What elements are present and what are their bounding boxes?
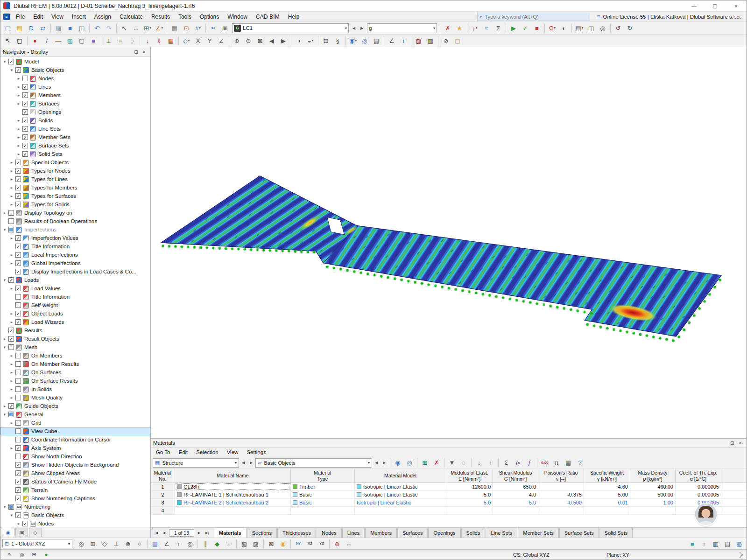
zoom-window-icon[interactable]: ⊞▾ [142, 22, 153, 34]
tab-line-sets[interactable]: Line Sets [486, 528, 517, 538]
expand-arrow[interactable]: ▸ [15, 84, 22, 89]
expand-arrow[interactable]: ▸ [1, 210, 8, 215]
delete-row-icon[interactable]: ✗ [431, 457, 442, 469]
tree-item-solid-sets[interactable]: ▸✓Solid Sets [0, 150, 150, 158]
tree-item-on-surfaces[interactable]: ▸On Surfaces [0, 368, 150, 377]
expand-arrow[interactable]: ▸ [8, 194, 15, 198]
checkbox-view-cube[interactable] [15, 428, 21, 434]
stop-calculation-icon[interactable]: ■ [531, 22, 543, 34]
zoom-window-caret[interactable]: ▾ [149, 26, 151, 30]
checkbox-imperfections[interactable] [8, 227, 14, 232]
redo-view-icon[interactable]: ↻ [624, 22, 635, 34]
cell-poisson-s-ratio[interactable] [538, 483, 584, 490]
tree-item-numbering[interactable]: ▾123Numbering [0, 503, 150, 511]
tab-openings[interactable]: Openings [428, 528, 460, 538]
checkbox-line-sets[interactable]: ✓ [22, 126, 28, 132]
layers-icon[interactable]: ▤ [371, 35, 382, 46]
checkbox-members[interactable]: ✓ [22, 92, 28, 98]
redo-icon[interactable]: ↷ [103, 22, 114, 34]
expand-arrow[interactable]: ▸ [8, 185, 15, 190]
snap-perpendicular-icon[interactable]: ⊥ [111, 538, 122, 549]
expand-arrow[interactable]: ▸ [15, 143, 22, 148]
find-in-table-icon[interactable]: ◌ [458, 457, 469, 469]
tree-item-types-for-surfaces[interactable]: ▸✓Types for Surfaces [0, 192, 150, 200]
checkbox-guide-objects[interactable]: ✓ [8, 403, 14, 409]
cell-poisson-s-ratio[interactable] [538, 507, 584, 514]
view-x-icon[interactable]: X [192, 35, 204, 46]
notes-icon[interactable]: ▢ [452, 35, 463, 46]
sum-icon[interactable]: Σ [500, 457, 512, 469]
materials-menu-view[interactable]: View [223, 448, 243, 457]
tree-item-on-members[interactable]: ▸On Members [0, 351, 150, 360]
user-coordinate-system-icon[interactable]: ∠ [386, 35, 397, 46]
tab-nodes[interactable]: Nodes [317, 528, 342, 538]
tree-item-types-for-members[interactable]: ▸✓Types for Members [0, 183, 150, 192]
new-solid-icon[interactable]: ■ [88, 35, 99, 46]
tree-item-basic-objects[interactable]: ▾✓Basic Objects [0, 66, 150, 74]
plane-xy-icon[interactable]: XY [293, 538, 304, 549]
expand-arrow[interactable]: ▸ [15, 152, 22, 156]
panel-toggle-icon[interactable]: ▥ [710, 538, 721, 549]
edit-mode-icon[interactable]: ↖ [119, 22, 130, 34]
previous-table-icon[interactable]: ◀ [160, 529, 168, 537]
expand-arrow[interactable]: ▾ [1, 227, 8, 232]
cell-material-name[interactable]: GL28h [175, 483, 291, 490]
cell-material-type[interactable]: Timber [291, 483, 355, 490]
expand-arrow[interactable]: ▸ [8, 236, 15, 240]
cut-object-icon[interactable]: ⊘ [440, 35, 451, 46]
cell-specific-weight-kn-m[interactable]: 0.01 [584, 499, 630, 506]
app-menu-icon[interactable]: ≡ [3, 14, 10, 20]
clipboard-icon[interactable]: ◫ [585, 22, 597, 34]
checkbox-on-member-results[interactable] [15, 361, 21, 367]
cell-specific-weight-kn-m[interactable] [584, 507, 630, 514]
cell-shear-modulus-g-n-mm[interactable] [493, 507, 538, 514]
zoom-in-icon[interactable]: ⊕ [231, 35, 242, 46]
show-loads-caret[interactable]: ▾ [476, 26, 478, 30]
menu-file[interactable]: File [12, 12, 29, 21]
table-group-next-icon[interactable]: ▶ [247, 458, 255, 468]
next-view-icon[interactable]: ▶ [278, 35, 289, 46]
checkbox-show-numbering-captions[interactable]: ✓ [15, 496, 21, 501]
tree-item-surface-sets[interactable]: ▸✓Surface Sets [0, 141, 150, 150]
select-arrow-icon[interactable]: ↖ [2, 35, 14, 46]
visibility-mode-caret[interactable]: ▾ [355, 39, 357, 42]
checkbox-results-of-boolean-operations[interactable] [8, 218, 14, 224]
ortho-toggle-icon[interactable]: ∠ [161, 538, 172, 549]
measure-icon[interactable]: ∠▾ [154, 22, 165, 34]
checkbox-on-surfaces[interactable] [15, 370, 21, 375]
tree-item-types-for-nodes[interactable]: ▸✓Types for Nodes [0, 167, 150, 175]
previous-load-case-icon[interactable]: ◀ [350, 23, 358, 33]
tree-item-status-of-camera-fly-mode[interactable]: ✓Status of Camera Fly Mode [0, 477, 150, 486]
checkbox-on-members[interactable] [15, 353, 21, 358]
checkbox-title-information[interactable]: ✓ [15, 244, 21, 249]
work-plane-origin-icon[interactable]: ⊕ [331, 538, 343, 549]
tree-item-model[interactable]: ▾✓Model [0, 57, 150, 66]
row-number-cell[interactable]: 1 [151, 483, 175, 490]
parameters-icon[interactable]: π [551, 457, 562, 469]
search-input[interactable] [484, 14, 587, 20]
select-visibility-icon[interactable]: ◎ [359, 35, 370, 46]
tree-item-object-loads[interactable]: ▸✓Object Loads [0, 309, 150, 318]
tab-thicknesses[interactable]: Thicknesses [277, 528, 316, 538]
cell-mass-density-kg-m[interactable]: 1.00 [630, 499, 676, 506]
expand-arrow[interactable]: ▸ [8, 387, 15, 392]
calculation-check-icon[interactable]: ✓ [520, 22, 531, 34]
materials-float-icon[interactable]: ⊡ [728, 439, 736, 447]
cell-material-model[interactable]: Isotropic | Linear Elastic [355, 499, 446, 506]
plane-xz-icon[interactable]: XZ [304, 538, 316, 549]
materials-menu-settings[interactable]: Settings [242, 448, 270, 457]
checkbox-show-clipped-areas[interactable]: ✓ [15, 470, 21, 476]
tree-item-display-topology-on[interactable]: ▸Display Topology on [0, 209, 150, 217]
tree-item-mesh-quality[interactable]: ▸Mesh Quality [0, 393, 150, 402]
rendering-icon[interactable]: ◒▾ [305, 35, 316, 46]
tree-item-in-solids[interactable]: ▸In Solids [0, 385, 150, 393]
checkbox-types-for-surfaces[interactable]: ✓ [15, 193, 21, 199]
snap-midpoint-icon[interactable]: ◇ [99, 538, 110, 549]
expand-arrow[interactable]: ▸ [8, 311, 15, 316]
tree-item-solids[interactable]: ▸✓Solids [0, 116, 150, 125]
display-colors-icon[interactable]: ▨ [413, 35, 424, 46]
menu-edit[interactable]: Edit [29, 12, 47, 21]
checkbox-display-topology-on[interactable] [8, 210, 14, 216]
checkbox-local-imperfections[interactable]: ✓ [15, 252, 21, 258]
tree-item-title-information[interactable]: Title Information [0, 293, 150, 301]
